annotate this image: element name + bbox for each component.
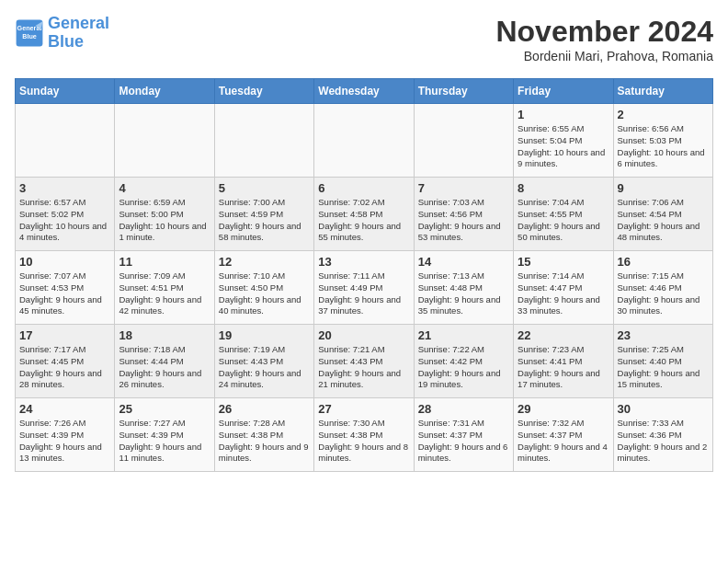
day-number: 25: [119, 402, 210, 416]
calendar-day-11: 11Sunrise: 7:09 AM Sunset: 4:51 PM Dayli…: [115, 251, 214, 325]
day-number: 1: [518, 108, 609, 121]
calendar-day-22: 22Sunrise: 7:23 AM Sunset: 4:41 PM Dayli…: [514, 325, 613, 398]
calendar-day-30: 30Sunrise: 7:33 AM Sunset: 4:36 PM Dayli…: [613, 398, 712, 472]
day-number: 23: [618, 328, 709, 342]
day-info: Sunrise: 7:13 AM Sunset: 4:48 PM Dayligh…: [418, 270, 509, 317]
calendar-table: SundayMondayTuesdayWednesdayThursdayFrid…: [15, 78, 713, 472]
day-info: Sunrise: 7:02 AM Sunset: 4:58 PM Dayligh…: [318, 197, 409, 244]
calendar-day-24: 24Sunrise: 7:26 AM Sunset: 4:39 PM Dayli…: [16, 398, 115, 472]
calendar-day-1: 1Sunrise: 6:55 AM Sunset: 5:04 PM Daylig…: [514, 104, 613, 178]
calendar-header: SundayMondayTuesdayWednesdayThursdayFrid…: [16, 79, 713, 104]
day-number: 17: [19, 328, 110, 342]
calendar-day-13: 13Sunrise: 7:11 AM Sunset: 4:49 PM Dayli…: [314, 251, 414, 325]
day-info: Sunrise: 7:30 AM Sunset: 4:38 PM Dayligh…: [318, 418, 409, 465]
calendar-day-empty: [16, 104, 115, 178]
day-number: 2: [618, 108, 709, 121]
day-info: Sunrise: 7:10 AM Sunset: 4:50 PM Dayligh…: [219, 270, 310, 317]
day-number: 28: [418, 402, 509, 416]
location-subtitle: Bordenii Mari, Prahova, Romania: [495, 49, 713, 63]
calendar-day-20: 20Sunrise: 7:21 AM Sunset: 4:43 PM Dayli…: [314, 325, 414, 398]
day-number: 14: [418, 255, 509, 269]
day-number: 20: [318, 328, 409, 342]
day-info: Sunrise: 6:55 AM Sunset: 5:04 PM Dayligh…: [518, 123, 609, 170]
day-info: Sunrise: 7:03 AM Sunset: 4:56 PM Dayligh…: [418, 197, 509, 244]
day-number: 8: [518, 181, 609, 195]
calendar-week-row: 1Sunrise: 6:55 AM Sunset: 5:04 PM Daylig…: [16, 104, 713, 178]
day-info: Sunrise: 7:09 AM Sunset: 4:51 PM Dayligh…: [119, 270, 210, 317]
calendar-day-8: 8Sunrise: 7:04 AM Sunset: 4:55 PM Daylig…: [514, 178, 613, 251]
calendar-day-26: 26Sunrise: 7:28 AM Sunset: 4:38 PM Dayli…: [214, 398, 313, 472]
calendar-day-28: 28Sunrise: 7:31 AM Sunset: 4:37 PM Dayli…: [414, 398, 513, 472]
day-number: 9: [618, 181, 709, 195]
day-number: 22: [518, 328, 609, 342]
day-number: 21: [418, 328, 509, 342]
weekday-header-sunday: Sunday: [16, 79, 115, 104]
day-info: Sunrise: 7:19 AM Sunset: 4:43 PM Dayligh…: [219, 344, 310, 391]
day-info: Sunrise: 7:23 AM Sunset: 4:41 PM Dayligh…: [518, 344, 609, 391]
day-info: Sunrise: 6:56 AM Sunset: 5:03 PM Dayligh…: [618, 123, 709, 170]
calendar-day-25: 25Sunrise: 7:27 AM Sunset: 4:39 PM Dayli…: [115, 398, 214, 472]
day-number: 11: [119, 255, 210, 269]
calendar-day-15: 15Sunrise: 7:14 AM Sunset: 4:47 PM Dayli…: [514, 251, 613, 325]
day-info: Sunrise: 7:04 AM Sunset: 4:55 PM Dayligh…: [518, 197, 609, 244]
weekday-header-row: SundayMondayTuesdayWednesdayThursdayFrid…: [16, 79, 713, 104]
calendar-day-empty: [214, 104, 313, 178]
calendar-day-4: 4Sunrise: 6:59 AM Sunset: 5:00 PM Daylig…: [115, 178, 214, 251]
day-info: Sunrise: 7:22 AM Sunset: 4:42 PM Dayligh…: [418, 344, 509, 391]
calendar-day-2: 2Sunrise: 6:56 AM Sunset: 5:03 PM Daylig…: [613, 104, 712, 178]
calendar-day-17: 17Sunrise: 7:17 AM Sunset: 4:45 PM Dayli…: [16, 325, 115, 398]
calendar-day-7: 7Sunrise: 7:03 AM Sunset: 4:56 PM Daylig…: [414, 178, 513, 251]
calendar-body: 1Sunrise: 6:55 AM Sunset: 5:04 PM Daylig…: [16, 104, 713, 472]
calendar-day-19: 19Sunrise: 7:19 AM Sunset: 4:43 PM Dayli…: [214, 325, 313, 398]
logo: General Blue General Blue: [15, 15, 109, 52]
day-number: 24: [19, 402, 110, 416]
day-info: Sunrise: 7:17 AM Sunset: 4:45 PM Dayligh…: [19, 344, 110, 391]
day-number: 3: [19, 181, 110, 195]
day-info: Sunrise: 7:07 AM Sunset: 4:53 PM Dayligh…: [19, 270, 110, 317]
weekday-header-wednesday: Wednesday: [314, 79, 414, 104]
weekday-header-friday: Friday: [514, 79, 613, 104]
day-info: Sunrise: 7:06 AM Sunset: 4:54 PM Dayligh…: [618, 197, 709, 244]
weekday-header-saturday: Saturday: [613, 79, 712, 104]
day-info: Sunrise: 7:27 AM Sunset: 4:39 PM Dayligh…: [119, 418, 210, 465]
logo-name-line2: Blue: [48, 33, 109, 52]
calendar-day-empty: [414, 104, 513, 178]
day-number: 13: [318, 255, 409, 269]
calendar-day-3: 3Sunrise: 6:57 AM Sunset: 5:02 PM Daylig…: [16, 178, 115, 251]
day-info: Sunrise: 7:32 AM Sunset: 4:37 PM Dayligh…: [518, 418, 609, 465]
calendar-day-23: 23Sunrise: 7:25 AM Sunset: 4:40 PM Dayli…: [613, 325, 712, 398]
calendar-day-27: 27Sunrise: 7:30 AM Sunset: 4:38 PM Dayli…: [314, 398, 414, 472]
day-info: Sunrise: 7:18 AM Sunset: 4:44 PM Dayligh…: [119, 344, 210, 391]
calendar-week-row: 24Sunrise: 7:26 AM Sunset: 4:39 PM Dayli…: [16, 398, 713, 472]
page-header: General Blue General Blue November 2024 …: [15, 15, 713, 63]
calendar-day-5: 5Sunrise: 7:00 AM Sunset: 4:59 PM Daylig…: [214, 178, 313, 251]
day-info: Sunrise: 7:26 AM Sunset: 4:39 PM Dayligh…: [19, 418, 110, 465]
calendar-day-12: 12Sunrise: 7:10 AM Sunset: 4:50 PM Dayli…: [214, 251, 313, 325]
day-number: 16: [618, 255, 709, 269]
day-number: 18: [119, 328, 210, 342]
day-number: 30: [618, 402, 709, 416]
calendar-day-16: 16Sunrise: 7:15 AM Sunset: 4:46 PM Dayli…: [613, 251, 712, 325]
calendar-week-row: 17Sunrise: 7:17 AM Sunset: 4:45 PM Dayli…: [16, 325, 713, 398]
calendar-day-9: 9Sunrise: 7:06 AM Sunset: 4:54 PM Daylig…: [613, 178, 712, 251]
day-number: 6: [318, 181, 409, 195]
month-title: November 2024: [495, 15, 713, 49]
day-info: Sunrise: 7:25 AM Sunset: 4:40 PM Dayligh…: [618, 344, 709, 391]
day-number: 26: [219, 402, 310, 416]
day-info: Sunrise: 6:57 AM Sunset: 5:02 PM Dayligh…: [19, 197, 110, 244]
calendar-day-29: 29Sunrise: 7:32 AM Sunset: 4:37 PM Dayli…: [514, 398, 613, 472]
day-info: Sunrise: 7:11 AM Sunset: 4:49 PM Dayligh…: [318, 270, 409, 317]
calendar-day-empty: [314, 104, 414, 178]
logo-icon: General Blue: [15, 18, 44, 48]
day-number: 12: [219, 255, 310, 269]
calendar-week-row: 3Sunrise: 6:57 AM Sunset: 5:02 PM Daylig…: [16, 178, 713, 251]
day-info: Sunrise: 7:15 AM Sunset: 4:46 PM Dayligh…: [618, 270, 709, 317]
calendar-title-block: November 2024 Bordenii Mari, Prahova, Ro…: [495, 15, 713, 63]
day-info: Sunrise: 7:00 AM Sunset: 4:59 PM Dayligh…: [219, 197, 310, 244]
day-number: 7: [418, 181, 509, 195]
calendar-day-empty: [115, 104, 214, 178]
day-number: 15: [518, 255, 609, 269]
calendar-day-14: 14Sunrise: 7:13 AM Sunset: 4:48 PM Dayli…: [414, 251, 513, 325]
day-number: 10: [19, 255, 110, 269]
day-number: 27: [318, 402, 409, 416]
